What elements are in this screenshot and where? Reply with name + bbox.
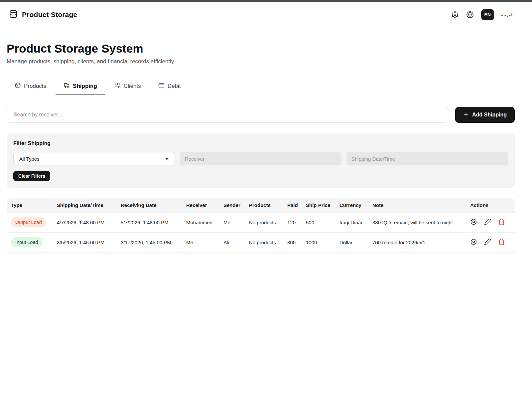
delete-button[interactable] (498, 238, 505, 246)
edit-button[interactable] (484, 238, 491, 246)
database-icon (9, 10, 18, 20)
cell-note: 380 IQD remain, will be sent to night (368, 212, 466, 232)
add-shipping-label: Add Shipping (472, 112, 507, 118)
plus-icon (463, 111, 469, 118)
trash-icon (498, 241, 505, 246)
tab-products[interactable]: Products (7, 78, 54, 95)
shipping-date-filter-input[interactable] (346, 152, 508, 165)
app-header: Product Storage EN العربية (0, 2, 532, 28)
tab-label: Clients (124, 83, 141, 90)
app-title: Product Storage (22, 11, 77, 19)
cell-currency: Iraqi Dinar (335, 212, 368, 232)
table-row: Input Load 3/5/2026, 1:45:00 PM 3/17/202… (7, 232, 515, 252)
clear-filters-button[interactable]: Clear Filters (13, 171, 50, 181)
filter-controls: All Types (13, 152, 508, 165)
cell-shipping-date: 4/7/2026, 1:48:00 PM (53, 212, 116, 232)
column-header-ship-price: Ship Price (302, 198, 335, 212)
cell-paid: 120 (283, 212, 302, 232)
eye-icon (470, 221, 477, 226)
language-en-button[interactable]: EN (481, 9, 494, 20)
cell-receiver: Me (182, 232, 219, 252)
tab-clients[interactable]: Clients (106, 78, 149, 95)
column-header-shipping-date-time: Shipping Date/Time (53, 198, 116, 212)
cell-receiving-date: 5/7/2026, 1:48:00 PM (116, 212, 182, 232)
tab-bar: Products Shipping (7, 78, 515, 95)
cell-currency: Dollar (335, 232, 368, 252)
tab-shipping[interactable]: Shipping (56, 78, 105, 95)
cell-receiver: Mohammed (182, 212, 219, 232)
column-header-paid: Paid (283, 198, 302, 212)
column-header-note: Note (368, 198, 466, 212)
pencil-icon (484, 241, 491, 246)
shipping-table-body: Output Load 4/7/2026, 1:48:00 PM 5/7/202… (7, 212, 515, 252)
receiver-filter-input[interactable] (180, 152, 341, 165)
column-header-sender: Sender (219, 198, 245, 212)
column-header-currency: Currency (335, 198, 368, 212)
page-subtitle: Manage products, shipping, clients, and … (7, 58, 515, 65)
column-header-type: Type (7, 198, 53, 212)
table-header-row: TypeShipping Date/TimeReceiving DateRece… (7, 198, 515, 212)
cell-note: 700 remain for 2026/5/1 (368, 232, 466, 252)
trash-icon (498, 221, 505, 226)
cell-products: No products (245, 212, 283, 232)
cell-sender: Me (219, 212, 245, 232)
cell-paid: 300 (283, 232, 302, 252)
shipping-table: TypeShipping Date/TimeReceiving DateRece… (7, 198, 515, 253)
header-actions: EN العربية (451, 9, 514, 20)
brand: Product Storage (9, 10, 77, 20)
tab-label: Shipping (73, 83, 97, 90)
page-title: Product Storage System (7, 42, 515, 55)
cell-ship-price: 500 (302, 212, 335, 232)
type-badge: Output Load (11, 217, 46, 227)
filter-panel: Filter Shipping All Types Clear Filters (7, 133, 515, 188)
type-badge: Input Load (11, 237, 43, 247)
column-header-receiver: Receiver (182, 198, 219, 212)
type-filter-select[interactable]: All Types (13, 152, 175, 165)
eye-icon (470, 241, 477, 246)
cell-sender: Ali (219, 232, 245, 252)
column-header-products: Products (245, 198, 283, 212)
chevron-down-icon (165, 158, 169, 160)
edit-button[interactable] (484, 218, 491, 226)
cell-shipping-date: 3/5/2026, 1:45:00 PM (53, 232, 116, 252)
add-shipping-button[interactable]: Add Shipping (455, 107, 515, 123)
table-row: Output Load 4/7/2026, 1:48:00 PM 5/7/202… (7, 212, 515, 232)
package-icon (15, 82, 21, 90)
truck-icon (64, 82, 70, 90)
pencil-icon (484, 221, 491, 226)
toolbar: Add Shipping (7, 107, 515, 123)
column-header-receiving-date: Receiving Date (116, 198, 182, 212)
type-filter-value: All Types (19, 156, 40, 162)
language-arabic-button[interactable]: العربية (501, 12, 514, 17)
view-button[interactable] (470, 218, 477, 226)
tab-label: Debit (168, 83, 181, 90)
users-icon (114, 82, 121, 90)
cell-ship-price: 1000 (302, 232, 335, 252)
settings-gear-icon[interactable] (451, 11, 459, 19)
column-header-actions: Actions (466, 198, 515, 212)
globe-icon[interactable] (466, 11, 474, 19)
credit-card-icon (158, 82, 165, 90)
cell-receiving-date: 3/17/2026, 1:45:00 PM (116, 232, 182, 252)
delete-button[interactable] (498, 218, 505, 226)
search-input[interactable] (7, 107, 448, 123)
main-content: Product Storage System Manage products, … (7, 42, 515, 253)
view-button[interactable] (470, 238, 477, 246)
filter-title: Filter Shipping (13, 140, 508, 146)
tab-debit[interactable]: Debit (150, 78, 189, 95)
cell-products: No products (245, 232, 283, 252)
tab-label: Products (24, 83, 46, 90)
